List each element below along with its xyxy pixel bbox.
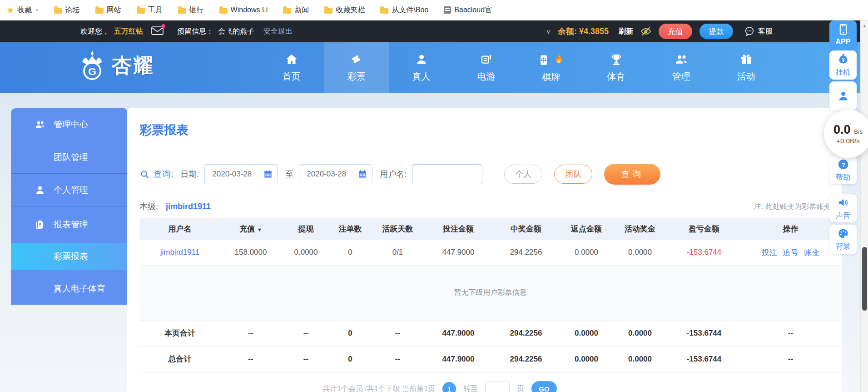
col-bet-count: 注单数 — [331, 218, 370, 240]
goto-page-input[interactable] — [485, 382, 510, 392]
bookmark-folder[interactable]: 收藏夹栏 — [324, 5, 365, 15]
sidebar-label: 真人电子体育 — [54, 283, 105, 295]
customer-service-button[interactable]: 客服 — [744, 26, 773, 37]
favorites-menu[interactable]: ★ 收藏 ▾ — [6, 5, 39, 15]
nav-item-sports[interactable]: 体育 — [584, 42, 649, 93]
auto-bet-button[interactable]: ¥ 挂机 — [829, 50, 857, 80]
row-cell: 0.0000 — [612, 240, 668, 265]
main-nav: G 杏耀 首页 彩票 真人 电游 中 — [0, 42, 868, 93]
search-button[interactable]: 查询 — [604, 164, 660, 185]
username-text: 五万红钻 — [114, 27, 143, 36]
folder-icon — [219, 8, 228, 14]
logout-link[interactable]: 安全退出 — [263, 27, 293, 36]
date-label: 日期: — [180, 169, 199, 180]
profile-button[interactable] — [829, 81, 857, 111]
total-cell: -- — [281, 346, 331, 372]
network-speed-widget[interactable]: 0.0 B/s +0.0B/s — [824, 110, 868, 158]
nav-item-home[interactable]: 首页 — [259, 42, 324, 93]
date-from-input[interactable]: 2020-03-28 — [204, 164, 278, 184]
nav-label: 首页 — [283, 70, 301, 83]
total-cell: 447.9000 — [426, 346, 491, 372]
sidebar-label: 彩票报表 — [54, 251, 88, 262]
speed-value: 0.0 — [833, 123, 851, 136]
bet-records-link[interactable]: 投注 — [762, 248, 777, 257]
query-label: 查询: — [154, 168, 173, 180]
sidebar-item-personal-management[interactable]: 个人管理 — [11, 173, 127, 206]
go-button[interactable]: GO — [531, 381, 557, 392]
nav-item-manage[interactable]: 管理 — [649, 42, 714, 93]
page-icon — [444, 6, 451, 14]
username-input[interactable] — [412, 164, 482, 184]
svg-text:?: ? — [841, 161, 845, 168]
refresh-button[interactable]: 刷新 — [619, 27, 633, 36]
background-button[interactable]: 背景 — [829, 225, 857, 254]
sidebar-label: 报表管理 — [54, 219, 88, 231]
app-download-button[interactable]: APP — [829, 20, 857, 49]
pagination-info: 共计1个会员 /共1个下级 当前第1页 — [322, 384, 435, 392]
bookmark-folder[interactable]: 工具 — [137, 5, 163, 15]
balance-caret-icon[interactable]: ∨ — [546, 28, 551, 35]
folder-icon — [283, 8, 291, 14]
username-label: 用户名: — [380, 169, 407, 180]
bookmark-folder[interactable]: 论坛 — [54, 5, 80, 15]
mahjong-tile-icon: 中 — [537, 53, 551, 67]
nav-item-egames[interactable]: 电游 — [454, 42, 519, 93]
sidebar-item-report-management[interactable]: 报表管理 — [11, 206, 127, 243]
nav-label: 彩票 — [347, 70, 366, 83]
sidebar-item-team-management[interactable]: 团队管理 — [11, 141, 127, 173]
nav-item-boardgames[interactable]: 中 棋牌 — [519, 42, 584, 93]
grand-total-label: 总合计 — [139, 346, 220, 372]
account-change-link[interactable]: 账变 — [804, 248, 819, 257]
fire-icon — [552, 53, 566, 67]
col-rebate: 返点金额 — [561, 218, 612, 240]
total-cell-profit: -153.6744 — [668, 346, 740, 372]
col-recharge-sortable[interactable]: 充值 ▼ — [220, 218, 281, 240]
sidebar-label: 管理中心 — [54, 119, 88, 131]
nav-item-lottery[interactable]: 彩票 — [324, 42, 389, 93]
team-button[interactable]: 团队 — [554, 165, 592, 184]
date-to-input[interactable]: 2020-03-28 — [299, 164, 372, 184]
users-icon — [35, 119, 45, 130]
page-1-button[interactable]: 1 — [442, 382, 456, 392]
mail-button[interactable] — [151, 26, 164, 37]
bookmark-label: Windows Li — [231, 6, 268, 14]
nav-item-activity[interactable]: 活动 — [714, 42, 779, 93]
col-profit: 盈亏金额 — [668, 218, 740, 240]
sidebar-item-management-center[interactable]: 管理中心 — [11, 108, 127, 141]
site-logo[interactable]: G 杏耀 — [76, 49, 154, 82]
bookmark-folder[interactable]: 网站 — [95, 5, 121, 15]
row-cell: 294.2256 — [491, 240, 561, 265]
recharge-button[interactable]: 充值 — [659, 24, 692, 39]
bookmark-folder[interactable]: 新闻 — [283, 5, 309, 15]
sound-button[interactable]: 声音 — [829, 194, 857, 222]
calendar-icon — [357, 169, 367, 179]
sidebar-item-lottery-report[interactable]: 彩票报表 — [11, 243, 127, 270]
scrollbar-thumb[interactable] — [862, 247, 867, 311]
bookmark-page[interactable]: Baacloud官 — [444, 5, 492, 15]
personal-button[interactable]: 个人 — [504, 165, 542, 184]
nav-item-live[interactable]: 真人 — [389, 42, 454, 93]
row-username-link[interactable]: jimbird1911 — [139, 240, 220, 265]
sidebar-item-live-egames-sports[interactable]: 真人电子体育 — [11, 273, 127, 305]
sidebar-label: 团队管理 — [54, 151, 88, 163]
nav-label: 活动 — [737, 70, 755, 83]
row-cell: 447.9000 — [426, 240, 491, 265]
help-button[interactable]: ? 帮助 — [829, 156, 857, 184]
withdraw-button[interactable]: 提款 — [699, 24, 733, 39]
bookmark-folder[interactable]: 从文件\Boo — [380, 5, 428, 15]
svg-text:中: 中 — [541, 57, 546, 63]
bookmark-folder[interactable]: 银行 — [178, 5, 204, 15]
bookmark-folder[interactable]: Windows Li — [219, 6, 268, 14]
scroll-up-icon[interactable]: ▲ — [861, 23, 868, 28]
bookmark-label: 新闻 — [294, 5, 309, 15]
scrollbar[interactable]: ▲ — [860, 20, 868, 392]
eye-off-icon[interactable] — [640, 26, 651, 37]
level-username-link[interactable]: jimbird1911 — [166, 202, 211, 211]
person-icon — [415, 53, 428, 66]
svg-text:G: G — [88, 65, 96, 77]
bookmark-label: 论坛 — [65, 5, 80, 15]
chase-number-link[interactable]: 追号 — [783, 248, 799, 257]
row-cell: 0/1 — [370, 240, 426, 265]
person-icon — [35, 185, 45, 196]
svg-text:¥: ¥ — [842, 57, 844, 62]
